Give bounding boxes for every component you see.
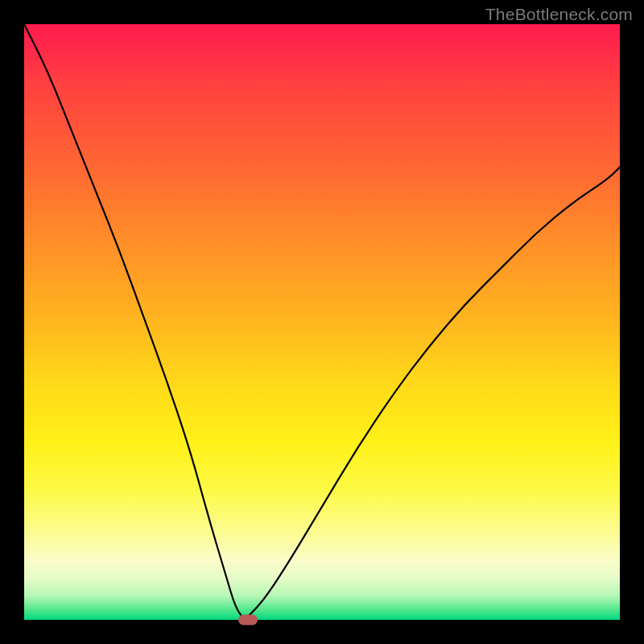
chart-frame: TheBottleneck.com xyxy=(0,0,644,644)
plot-area xyxy=(24,24,620,620)
watermark-text: TheBottleneck.com xyxy=(485,5,633,24)
optimum-marker xyxy=(238,615,258,625)
bottleneck-curve xyxy=(24,24,620,620)
